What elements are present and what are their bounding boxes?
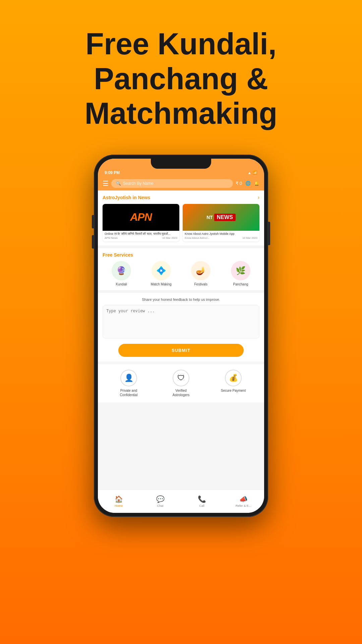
power-button	[268, 222, 270, 245]
screen-content: AstroJyotish in News › APN Online एप के …	[98, 191, 264, 511]
nav-home[interactable]: 🏠 Home	[98, 490, 139, 513]
volume-down-button	[92, 235, 94, 249]
search-icon: 🔍	[116, 181, 121, 186]
search-placeholder: Search By Name	[123, 181, 154, 186]
verified-astrologers-icon: 🛡	[173, 370, 189, 386]
navigation-bar: ☰ 🔍 Search By Name ₹ 0 🌐 🔔	[98, 176, 264, 191]
refer-icon: 📣	[239, 495, 248, 503]
secure-payment-label: Secure Payment	[221, 388, 246, 393]
balance-display: ₹ 0	[236, 181, 242, 186]
apn-card-text: Online एप के जरिये जानिये सितारों की चाल…	[103, 231, 179, 241]
verified-astrologers-label: VerifiedAstrologers	[173, 388, 190, 397]
service-panchang[interactable]: 🌿 Panchang	[222, 261, 260, 286]
home-icon: 🏠	[115, 495, 123, 503]
trust-verified-astrologers: 🛡 VerifiedAstrologers	[155, 370, 207, 397]
services-section-title: Free Services	[103, 252, 133, 258]
apn-source: APN News	[105, 236, 118, 240]
apn-meta: APN News 10 Mar 2023	[105, 236, 177, 240]
chat-label: Chat	[157, 504, 163, 507]
status-icons: ▲ 📶	[248, 170, 257, 175]
chat-icon: 💬	[156, 495, 165, 503]
review-textarea[interactable]	[103, 305, 259, 338]
matchmaking-icon-circle: 💠	[152, 261, 171, 280]
page-headline: Free Kundali, Panchang & Matchmaking	[0, 0, 362, 145]
news-section: AstroJyotish in News › APN Online एप के …	[98, 191, 264, 246]
free-services-section: Free Services 🔮 Kundali 💠	[98, 248, 264, 290]
nt-badge: NEWS	[214, 214, 236, 221]
panchang-icon: 🌿	[236, 266, 246, 275]
translate-icon[interactable]: 🌐	[245, 181, 251, 186]
services-section-header: Free Services	[103, 252, 259, 258]
menu-icon[interactable]: ☰	[103, 179, 109, 187]
service-kundali[interactable]: 🔮 Kundali	[103, 261, 140, 286]
phone-screen: 9:09 PM ▲ 📶 ☰ 🔍 Search By Name ₹ 0 🌐 🔔	[98, 159, 264, 513]
apn-description: Online एप के जरिये जानिये सितारों की चाल…	[105, 232, 177, 236]
phone-mockup: 9:09 PM ▲ 📶 ☰ 🔍 Search By Name ₹ 0 🌐 🔔	[0, 155, 362, 517]
home-label: Home	[115, 504, 123, 507]
nt-source: Know About AstroJ...	[185, 236, 209, 240]
nav-right-icons: ₹ 0 🌐 🔔	[236, 181, 259, 186]
search-bar[interactable]: 🔍 Search By Name	[111, 179, 233, 188]
kundali-icon-circle: 🔮	[112, 261, 131, 280]
nt-meta: Know About AstroJ... 10 Mar 2023	[185, 236, 257, 240]
panchang-label: Panchang	[233, 282, 248, 286]
trust-private-confidential: 👤 Private andConfidential	[103, 370, 155, 397]
nt-description: Know About Astro Jyotish Mobile App	[185, 232, 257, 236]
private-confidential-icon: 👤	[120, 370, 137, 386]
news-section-header: AstroJyotish in News ›	[103, 195, 259, 201]
review-prompt-text: Share your honest feedback to help us im…	[103, 298, 259, 302]
trust-secure-payment: 💰 Secure Payment	[207, 370, 259, 397]
panchang-icon-circle: 🌿	[231, 261, 250, 280]
apn-date: 10 Mar 2023	[162, 236, 177, 240]
status-time: 9:09 PM	[105, 170, 120, 175]
phone-frame: 9:09 PM ▲ 📶 ☰ 🔍 Search By Name ₹ 0 🌐 🔔	[94, 155, 268, 517]
services-grid: 🔮 Kundali 💠 Match Making �	[103, 261, 259, 286]
submit-button[interactable]: SUBMIT	[118, 344, 244, 357]
private-confidential-label: Private andConfidential	[120, 388, 138, 397]
secure-payment-icon: 💰	[225, 370, 242, 386]
nt-card-text: Know About Astro Jyotish Mobile App Know…	[183, 231, 259, 241]
festivals-icon-circle: 🪔	[191, 261, 210, 280]
apn-card-image: APN	[103, 204, 179, 231]
notification-bell-icon[interactable]: 🔔	[254, 181, 259, 186]
festivals-icon: 🪔	[196, 266, 206, 275]
kundali-label: Kundali	[116, 282, 127, 286]
kundali-icon: 🔮	[116, 266, 126, 275]
nav-call[interactable]: 📞 Call	[181, 490, 223, 513]
news-cards-container: APN Online एप के जरिये जानिये सितारों की…	[103, 204, 259, 241]
nav-refer[interactable]: 📣 Refer & E...	[223, 490, 264, 513]
review-section: Share your honest feedback to help us im…	[98, 293, 264, 362]
nt-card-image: NT NEWS	[183, 204, 259, 231]
trust-badges-section: 👤 Private andConfidential 🛡 VerifiedAstr…	[98, 364, 264, 402]
news-card-apn[interactable]: APN Online एप के जरिये जानिये सितारों की…	[103, 204, 179, 241]
matchmaking-icon: 💠	[156, 266, 166, 275]
refer-label: Refer & E...	[236, 504, 251, 507]
nav-chat[interactable]: 💬 Chat	[139, 490, 181, 513]
news-chevron-right-icon[interactable]: ›	[258, 195, 259, 201]
wifi-icon: ▲	[248, 171, 251, 175]
news-card-nt[interactable]: NT NEWS Know About Astro Jyotish Mobile …	[183, 204, 259, 241]
nt-date: 10 Mar 2023	[242, 236, 257, 240]
call-icon: 📞	[198, 495, 206, 503]
notch	[151, 159, 211, 169]
volume-up-button	[92, 215, 94, 228]
call-label: Call	[199, 504, 204, 507]
signal-icon: 📶	[253, 170, 257, 175]
matchmaking-label: Match Making	[151, 282, 172, 286]
festivals-label: Festivals	[194, 282, 207, 286]
bottom-navigation: 🏠 Home 💬 Chat 📞 Call 📣 Refer & E...	[98, 489, 264, 513]
service-matchmaking[interactable]: 💠 Match Making	[142, 261, 180, 286]
service-festivals[interactable]: 🪔 Festivals	[182, 261, 220, 286]
apn-logo: APN	[130, 211, 152, 223]
news-section-title: AstroJyotish in News	[103, 195, 150, 200]
